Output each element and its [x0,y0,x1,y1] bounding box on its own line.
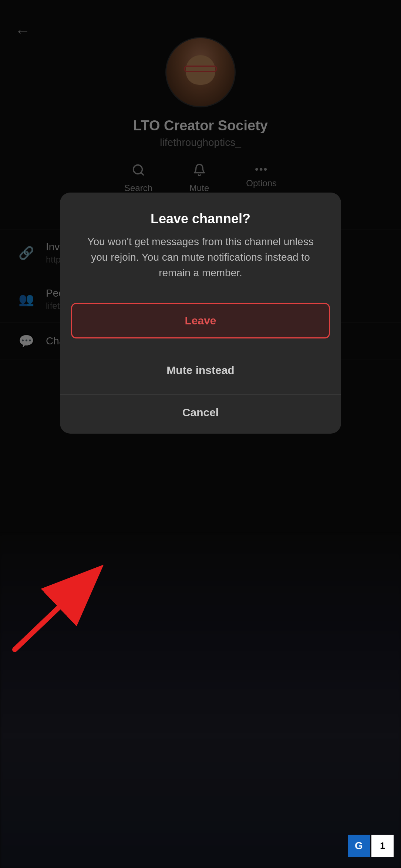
watermark-letter-g: G [348,835,370,857]
dialog-divider-1 [60,346,341,346]
dialog-title: Leave channel? [60,193,341,234]
dialog-body: You won't get messages from this channel… [60,234,341,296]
mute-instead-button[interactable]: Mute instead [71,354,330,387]
cancel-button[interactable]: Cancel [60,395,341,430]
leave-channel-dialog: Leave channel? You won't get messages fr… [60,193,341,434]
leave-button[interactable]: Leave [71,303,330,338]
watermark: G 1 [348,835,394,857]
watermark-letter-1: 1 [371,835,394,857]
overlay-backdrop [0,0,401,868]
